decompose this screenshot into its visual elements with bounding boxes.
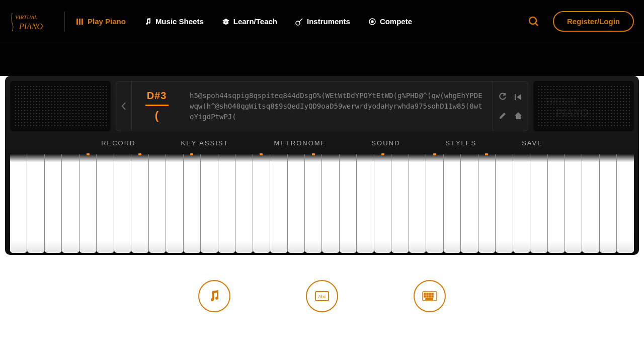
current-note-char: ( bbox=[155, 109, 158, 122]
restart-button[interactable] bbox=[496, 88, 510, 105]
svg-point-9 bbox=[529, 17, 536, 24]
white-key[interactable] bbox=[149, 154, 166, 253]
display-back-button[interactable] bbox=[116, 81, 131, 131]
feature-music-sheets[interactable] bbox=[198, 280, 230, 312]
white-key[interactable] bbox=[97, 154, 114, 253]
nav-divider bbox=[64, 12, 65, 32]
svg-rect-2 bbox=[76, 19, 78, 25]
white-key[interactable] bbox=[391, 154, 409, 253]
white-key[interactable] bbox=[201, 154, 218, 253]
white-key[interactable] bbox=[461, 154, 478, 253]
abc-key-icon: Abc bbox=[314, 291, 330, 302]
toolbar-metronome[interactable]: METRONOME bbox=[274, 139, 326, 147]
svg-rect-26 bbox=[426, 298, 433, 300]
sequence-display: h5@spoh44sqpig8qspiteq844dDsgO%(WEtWtDdY… bbox=[182, 81, 493, 131]
white-key[interactable] bbox=[114, 154, 131, 253]
white-key[interactable] bbox=[184, 154, 201, 253]
key-indicator bbox=[381, 153, 384, 155]
home-icon bbox=[514, 111, 523, 120]
toolbar-save[interactable]: SAVE bbox=[522, 139, 543, 147]
target-icon bbox=[368, 18, 376, 26]
svg-rect-18 bbox=[424, 293, 426, 295]
feature-keyboard[interactable] bbox=[414, 280, 446, 312]
white-key[interactable] bbox=[10, 154, 27, 253]
key-indicator bbox=[433, 153, 436, 155]
white-key[interactable] bbox=[235, 154, 253, 253]
white-key[interactable] bbox=[513, 154, 530, 253]
key-indicator bbox=[260, 153, 263, 155]
nav-compete[interactable]: Compete bbox=[361, 0, 419, 43]
restart-icon bbox=[498, 93, 507, 102]
white-key[interactable] bbox=[218, 154, 235, 253]
svg-line-6 bbox=[299, 19, 302, 22]
svg-rect-25 bbox=[432, 296, 433, 297]
svg-rect-21 bbox=[432, 293, 433, 295]
white-key[interactable] bbox=[600, 154, 617, 253]
white-key[interactable] bbox=[79, 154, 97, 253]
white-key[interactable] bbox=[565, 154, 582, 253]
home-button[interactable] bbox=[512, 107, 525, 124]
speaker-right: VIRTUALPIANO bbox=[533, 81, 634, 131]
white-key[interactable] bbox=[478, 154, 496, 253]
white-key[interactable] bbox=[305, 154, 322, 253]
nav-play-piano[interactable]: Play Piano bbox=[69, 0, 133, 43]
nav-learn-teach[interactable]: Learn/Teach bbox=[215, 0, 284, 43]
toolbar-key-assist[interactable]: KEY ASSIST bbox=[181, 139, 228, 147]
svg-rect-22 bbox=[424, 296, 426, 297]
main-header: VIRTUALPIANO Play Piano Music Sheets Lea… bbox=[0, 0, 644, 43]
piano-keyboard[interactable] bbox=[10, 154, 634, 255]
key-indicator bbox=[485, 153, 488, 155]
graduation-cap-icon bbox=[222, 18, 230, 26]
note-underline bbox=[145, 105, 169, 106]
svg-text:VIRTUAL: VIRTUAL bbox=[545, 97, 578, 105]
search-button[interactable] bbox=[524, 12, 544, 32]
white-key[interactable] bbox=[530, 154, 547, 253]
logo[interactable]: VIRTUALPIANO bbox=[10, 9, 55, 34]
white-key[interactable] bbox=[496, 154, 513, 253]
white-key[interactable] bbox=[444, 154, 461, 253]
pencil-icon bbox=[499, 112, 507, 120]
nav-music-sheets[interactable]: Music Sheets bbox=[137, 0, 211, 43]
white-key[interactable] bbox=[582, 154, 599, 253]
white-key[interactable] bbox=[322, 154, 339, 253]
white-key[interactable] bbox=[374, 154, 391, 253]
search-icon bbox=[528, 16, 540, 28]
current-note: D#3 bbox=[147, 90, 167, 102]
nav-instruments[interactable]: Instruments bbox=[288, 0, 357, 43]
toolbar-styles[interactable]: STYLES bbox=[445, 139, 476, 147]
white-key[interactable] bbox=[166, 154, 183, 253]
piano-toolbar: RECORD KEY ASSIST METRONOME SOUND STYLES… bbox=[10, 131, 634, 154]
white-key[interactable] bbox=[270, 154, 287, 253]
register-label: Register/Login bbox=[567, 17, 620, 26]
feature-key-labels[interactable]: Abc bbox=[306, 280, 338, 312]
svg-marker-12 bbox=[517, 94, 521, 100]
key-indicator bbox=[190, 153, 193, 155]
white-key[interactable] bbox=[357, 154, 374, 253]
svg-line-10 bbox=[535, 23, 538, 26]
toolbar-sound[interactable]: SOUND bbox=[371, 139, 400, 147]
white-key[interactable] bbox=[340, 154, 357, 253]
guitar-icon bbox=[295, 18, 303, 26]
toolbar-record[interactable]: RECORD bbox=[101, 139, 135, 147]
edit-button[interactable] bbox=[496, 107, 510, 124]
white-key[interactable] bbox=[131, 154, 148, 253]
register-login-button[interactable]: Register/Login bbox=[553, 11, 634, 32]
white-key[interactable] bbox=[27, 154, 44, 253]
white-key[interactable] bbox=[62, 154, 79, 253]
white-key[interactable] bbox=[409, 154, 426, 253]
sequence-text: h5@spoh44sqpig8qspiteq844dDsgO%(WEtWtDdY… bbox=[190, 90, 485, 122]
hero-spacer bbox=[0, 43, 644, 76]
music-note-icon bbox=[144, 18, 152, 26]
rewind-button[interactable] bbox=[512, 88, 525, 105]
svg-text:Abc: Abc bbox=[318, 294, 326, 299]
white-key[interactable] bbox=[288, 154, 305, 253]
feature-row: Abc bbox=[0, 280, 644, 312]
display-control-grid bbox=[493, 81, 528, 131]
white-key[interactable] bbox=[426, 154, 443, 253]
svg-rect-20 bbox=[429, 293, 431, 295]
white-key[interactable] bbox=[617, 154, 633, 253]
white-key[interactable] bbox=[253, 154, 270, 253]
speaker-left bbox=[10, 81, 111, 131]
white-key[interactable] bbox=[548, 154, 565, 253]
white-key[interactable] bbox=[45, 154, 62, 253]
